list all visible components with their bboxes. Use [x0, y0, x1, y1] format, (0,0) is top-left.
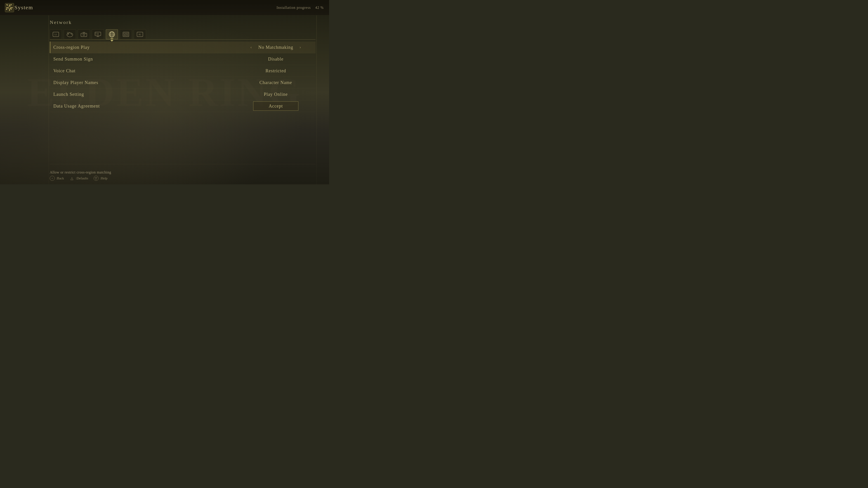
svg-text:L1: L1 — [55, 33, 57, 36]
defaults-label: :Defaults — [76, 176, 88, 180]
help-icon: ▽ — [94, 176, 98, 181]
send-summon-text: Disable — [268, 57, 283, 62]
launch-value: Play Online — [240, 92, 312, 97]
left-divider — [49, 15, 49, 184]
control-back: ○ :Back — [50, 176, 64, 181]
tab-l1-wrap[interactable]: L1 — [50, 29, 62, 39]
tab-r1[interactable]: R1 — [134, 29, 146, 39]
installation-progress: Installation progress 42 % — [276, 6, 324, 10]
svg-point-24 — [97, 33, 98, 35]
l1-icon: L1 — [53, 32, 59, 37]
tab-camera-wrap[interactable] — [78, 29, 90, 39]
tab-network-wrap[interactable] — [106, 29, 118, 39]
tab-advanced-wrap[interactable] — [120, 29, 132, 39]
tab-r1-wrap[interactable]: R1 — [134, 29, 146, 39]
back-icon: ○ — [50, 176, 55, 181]
cross-region-text: No Matchmaking — [258, 45, 293, 50]
system-icon — [4, 3, 14, 13]
voice-chat-text: Restricted — [266, 68, 286, 73]
r1-icon: R1 — [137, 32, 143, 37]
svg-point-14 — [71, 33, 71, 34]
setting-row-display-names[interactable]: Display Player Names Character Name — [50, 77, 315, 89]
controls-row: ○ :Back △ :Defaults ▽ :Help — [50, 176, 315, 181]
cross-region-label: Cross-region Play — [53, 45, 240, 50]
tab-bar: L1 — [50, 28, 315, 40]
setting-row-data-usage[interactable]: Data Usage Agreement Accept — [50, 100, 315, 112]
section-label: Network — [50, 15, 315, 28]
svg-rect-35 — [126, 33, 128, 34]
setting-row-send-summon[interactable]: Send Summon Sign Disable — [50, 53, 315, 65]
svg-rect-5 — [11, 7, 13, 8]
launch-label: Launch Setting — [53, 92, 240, 97]
display-names-value: Character Name — [240, 80, 312, 85]
display-icon — [94, 32, 101, 37]
send-summon-label: Send Summon Sign — [53, 57, 240, 62]
cross-region-prev[interactable]: ‹ — [249, 44, 254, 51]
progress-value: 42 % — [315, 6, 324, 9]
accept-button[interactable]: Accept — [253, 101, 298, 111]
setting-row-voice-chat[interactable]: Voice Chat Restricted — [50, 65, 315, 77]
setting-row-launch[interactable]: Launch Setting Play Online — [50, 89, 315, 100]
svg-point-20 — [86, 34, 86, 34]
svg-rect-34 — [124, 33, 126, 34]
back-label: :Back — [56, 176, 64, 180]
description-text: Allow or restrict cross-region matching — [50, 170, 315, 174]
gamepad-icon — [66, 32, 73, 37]
header: System Installation progress 42 % — [0, 0, 329, 15]
setting-row-cross-region[interactable]: Cross-region Play ‹ No Matchmaking › — [50, 41, 315, 53]
send-summon-value: Disable — [240, 57, 312, 62]
cross-region-value: ‹ No Matchmaking › — [240, 44, 312, 51]
voice-chat-value: Restricted — [240, 68, 312, 73]
tab-display-wrap[interactable] — [92, 29, 104, 39]
voice-chat-label: Voice Chat — [53, 68, 240, 73]
help-label: :Help — [100, 176, 107, 180]
svg-rect-36 — [124, 35, 125, 36]
control-help: ▽ :Help — [94, 176, 107, 181]
tab-gamepad-wrap[interactable] — [64, 29, 76, 39]
main-content: Network L1 — [50, 15, 315, 162]
svg-rect-33 — [123, 32, 129, 37]
settings-list: Cross-region Play ‹ No Matchmaking › Sen… — [50, 41, 315, 112]
camera-icon — [81, 32, 87, 37]
launch-text: Play Online — [264, 92, 288, 97]
display-names-text: Character Name — [259, 80, 292, 85]
svg-point-13 — [68, 33, 69, 35]
data-usage-value: Accept — [240, 101, 312, 111]
svg-rect-3 — [9, 9, 10, 11]
svg-rect-2 — [9, 4, 10, 6]
svg-rect-37 — [126, 35, 128, 36]
svg-point-12 — [67, 33, 73, 37]
tab-l1[interactable]: L1 — [50, 29, 62, 39]
defaults-icon: △ — [69, 176, 74, 181]
svg-rect-21 — [95, 32, 101, 36]
right-divider — [316, 15, 317, 184]
display-names-label: Display Player Names — [53, 80, 240, 85]
control-defaults: △ :Defaults — [69, 176, 88, 181]
svg-point-19 — [83, 34, 85, 36]
svg-point-15 — [71, 34, 72, 35]
network-icon — [108, 31, 115, 38]
tab-camera[interactable] — [78, 29, 90, 39]
tab-advanced[interactable] — [120, 29, 132, 39]
cross-region-next[interactable]: › — [298, 44, 303, 51]
tab-network[interactable] — [106, 29, 118, 39]
data-usage-label: Data Usage Agreement — [53, 103, 240, 109]
svg-text:R1: R1 — [138, 33, 141, 36]
advanced-icon — [123, 32, 129, 37]
svg-rect-4 — [6, 7, 8, 8]
page-title: System — [14, 4, 33, 11]
progress-label: Installation progress — [276, 6, 311, 9]
tab-gamepad[interactable] — [64, 29, 76, 39]
tab-display[interactable] — [92, 29, 104, 39]
bottom-bar: Allow or restrict cross-region matching … — [50, 164, 315, 184]
